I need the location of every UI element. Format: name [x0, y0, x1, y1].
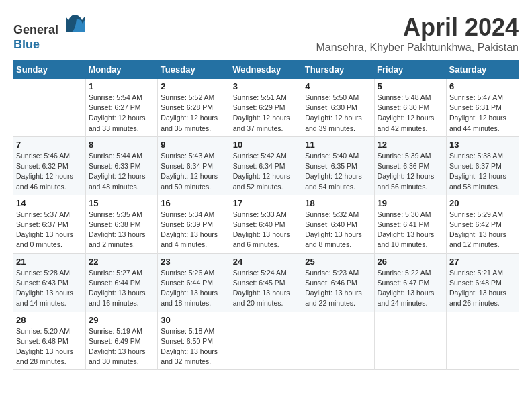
day-info: Sunrise: 5:50 AMSunset: 6:30 PMDaylight:…	[305, 93, 371, 134]
calendar-cell	[374, 312, 446, 370]
calendar-table: SundayMondayTuesdayWednesdayThursdayFrid…	[13, 60, 519, 370]
day-number: 4	[305, 81, 371, 91]
day-info: Sunrise: 5:22 AMSunset: 6:47 PMDaylight:…	[378, 268, 443, 309]
week-row-1: 1Sunrise: 5:54 AMSunset: 6:27 PMDaylight…	[13, 79, 519, 136]
week-row-5: 28Sunrise: 5:20 AMSunset: 6:48 PMDayligh…	[13, 312, 519, 370]
header-monday: Monday	[85, 60, 157, 79]
day-info: Sunrise: 5:30 AMSunset: 6:41 PMDaylight:…	[378, 210, 443, 250]
day-number: 23	[161, 257, 226, 267]
day-info: Sunrise: 5:43 AMSunset: 6:34 PMDaylight:…	[161, 151, 226, 192]
calendar-cell: 30Sunrise: 5:18 AMSunset: 6:50 PMDayligh…	[158, 312, 230, 370]
day-number: 16	[161, 198, 226, 208]
calendar-cell: 22Sunrise: 5:27 AMSunset: 6:44 PMDayligh…	[85, 253, 157, 312]
day-info: Sunrise: 5:35 AMSunset: 6:38 PMDaylight:…	[89, 210, 154, 250]
day-info: Sunrise: 5:48 AMSunset: 6:30 PMDaylight:…	[378, 93, 443, 134]
day-number: 26	[378, 257, 443, 267]
day-number: 24	[233, 257, 299, 267]
day-info: Sunrise: 5:32 AMSunset: 6:40 PMDaylight:…	[305, 210, 371, 250]
calendar-cell: 19Sunrise: 5:30 AMSunset: 6:41 PMDayligh…	[374, 195, 446, 253]
day-number: 15	[89, 198, 154, 208]
header-wednesday: Wednesday	[230, 60, 302, 79]
title-block: April 2024 Mansehra, Khyber Pakhtunkhwa,…	[316, 13, 519, 54]
day-number: 30	[161, 315, 226, 325]
calendar-cell: 3Sunrise: 5:51 AMSunset: 6:29 PMDaylight…	[230, 79, 302, 136]
calendar-cell: 29Sunrise: 5:19 AMSunset: 6:49 PMDayligh…	[85, 312, 157, 370]
calendar-cell: 24Sunrise: 5:24 AMSunset: 6:45 PMDayligh…	[230, 253, 302, 312]
week-row-3: 14Sunrise: 5:37 AMSunset: 6:37 PMDayligh…	[13, 195, 519, 253]
day-info: Sunrise: 5:34 AMSunset: 6:39 PMDaylight:…	[161, 210, 226, 250]
day-info: Sunrise: 5:38 AMSunset: 6:37 PMDaylight:…	[449, 151, 516, 192]
day-info: Sunrise: 5:39 AMSunset: 6:36 PMDaylight:…	[378, 151, 443, 192]
calendar-cell: 9Sunrise: 5:43 AMSunset: 6:34 PMDaylight…	[158, 136, 230, 195]
day-number: 22	[89, 257, 154, 267]
day-info: Sunrise: 5:40 AMSunset: 6:35 PMDaylight:…	[305, 151, 371, 192]
week-row-2: 7Sunrise: 5:46 AMSunset: 6:32 PMDaylight…	[13, 136, 519, 195]
day-number: 27	[449, 257, 516, 267]
day-info: Sunrise: 5:42 AMSunset: 6:34 PMDaylight:…	[233, 151, 299, 192]
calendar-cell: 1Sunrise: 5:54 AMSunset: 6:27 PMDaylight…	[85, 79, 157, 136]
day-number: 8	[89, 140, 154, 150]
calendar-cell: 18Sunrise: 5:32 AMSunset: 6:40 PMDayligh…	[302, 195, 374, 253]
location-title: Mansehra, Khyber Pakhtunkhwa, Pakistan	[316, 42, 519, 54]
calendar-cell: 27Sunrise: 5:21 AMSunset: 6:48 PMDayligh…	[447, 253, 519, 312]
day-info: Sunrise: 5:28 AMSunset: 6:43 PMDaylight:…	[16, 268, 83, 309]
day-number: 17	[233, 198, 299, 208]
calendar-cell	[302, 312, 374, 370]
day-info: Sunrise: 5:18 AMSunset: 6:50 PMDaylight:…	[161, 326, 226, 367]
day-info: Sunrise: 5:19 AMSunset: 6:49 PMDaylight:…	[89, 326, 154, 367]
day-info: Sunrise: 5:26 AMSunset: 6:44 PMDaylight:…	[161, 268, 226, 309]
month-title: April 2024	[316, 13, 519, 42]
day-info: Sunrise: 5:44 AMSunset: 6:33 PMDaylight:…	[89, 151, 154, 192]
week-row-4: 21Sunrise: 5:28 AMSunset: 6:43 PMDayligh…	[13, 253, 519, 312]
calendar-cell: 17Sunrise: 5:33 AMSunset: 6:40 PMDayligh…	[230, 195, 302, 253]
header-thursday: Thursday	[302, 60, 374, 79]
calendar-cell: 12Sunrise: 5:39 AMSunset: 6:36 PMDayligh…	[374, 136, 446, 195]
calendar-cell: 21Sunrise: 5:28 AMSunset: 6:43 PMDayligh…	[13, 253, 85, 312]
day-number: 2	[161, 81, 226, 91]
header-tuesday: Tuesday	[158, 60, 230, 79]
day-number: 12	[378, 140, 443, 150]
calendar-cell: 8Sunrise: 5:44 AMSunset: 6:33 PMDaylight…	[85, 136, 157, 195]
header-friday: Friday	[374, 60, 446, 79]
day-info: Sunrise: 5:46 AMSunset: 6:32 PMDaylight:…	[16, 151, 83, 192]
calendar-cell: 15Sunrise: 5:35 AMSunset: 6:38 PMDayligh…	[85, 195, 157, 253]
day-number: 7	[16, 140, 83, 150]
header-saturday: Saturday	[447, 60, 519, 79]
day-info: Sunrise: 5:27 AMSunset: 6:44 PMDaylight:…	[89, 268, 154, 309]
day-number: 14	[16, 198, 83, 208]
day-info: Sunrise: 5:24 AMSunset: 6:45 PMDaylight:…	[233, 268, 299, 309]
day-number: 29	[89, 315, 154, 325]
calendar-cell: 28Sunrise: 5:20 AMSunset: 6:48 PMDayligh…	[13, 312, 85, 370]
day-number: 20	[449, 198, 516, 208]
day-info: Sunrise: 5:37 AMSunset: 6:37 PMDaylight:…	[16, 210, 83, 250]
calendar-cell	[230, 312, 302, 370]
calendar-header-row: SundayMondayTuesdayWednesdayThursdayFrid…	[13, 60, 519, 79]
calendar-cell: 10Sunrise: 5:42 AMSunset: 6:34 PMDayligh…	[230, 136, 302, 195]
header-sunday: Sunday	[13, 60, 85, 79]
day-info: Sunrise: 5:21 AMSunset: 6:48 PMDaylight:…	[449, 268, 516, 309]
day-info: Sunrise: 5:52 AMSunset: 6:28 PMDaylight:…	[161, 93, 226, 134]
day-number: 19	[378, 198, 443, 208]
calendar-cell	[13, 79, 85, 136]
day-number: 13	[449, 140, 516, 150]
day-info: Sunrise: 5:29 AMSunset: 6:42 PMDaylight:…	[449, 210, 516, 250]
day-number: 11	[305, 140, 371, 150]
calendar-cell: 6Sunrise: 5:47 AMSunset: 6:31 PMDaylight…	[447, 79, 519, 136]
calendar-cell: 11Sunrise: 5:40 AMSunset: 6:35 PMDayligh…	[302, 136, 374, 195]
calendar-cell: 23Sunrise: 5:26 AMSunset: 6:44 PMDayligh…	[158, 253, 230, 312]
day-number: 10	[233, 140, 299, 150]
calendar-cell: 2Sunrise: 5:52 AMSunset: 6:28 PMDaylight…	[158, 79, 230, 136]
day-info: Sunrise: 5:33 AMSunset: 6:40 PMDaylight:…	[233, 210, 299, 250]
day-info: Sunrise: 5:47 AMSunset: 6:31 PMDaylight:…	[449, 93, 516, 134]
day-info: Sunrise: 5:20 AMSunset: 6:48 PMDaylight:…	[16, 326, 83, 367]
day-number: 3	[233, 81, 299, 91]
logo-general: General	[13, 23, 58, 36]
calendar-cell	[447, 312, 519, 370]
day-number: 6	[449, 81, 516, 91]
calendar-cell: 14Sunrise: 5:37 AMSunset: 6:37 PMDayligh…	[13, 195, 85, 253]
logo: General Blue	[13, 13, 85, 52]
day-number: 18	[305, 198, 371, 208]
calendar-cell: 26Sunrise: 5:22 AMSunset: 6:47 PMDayligh…	[374, 253, 446, 312]
day-info: Sunrise: 5:54 AMSunset: 6:27 PMDaylight:…	[89, 93, 154, 134]
day-number: 1	[89, 81, 154, 91]
